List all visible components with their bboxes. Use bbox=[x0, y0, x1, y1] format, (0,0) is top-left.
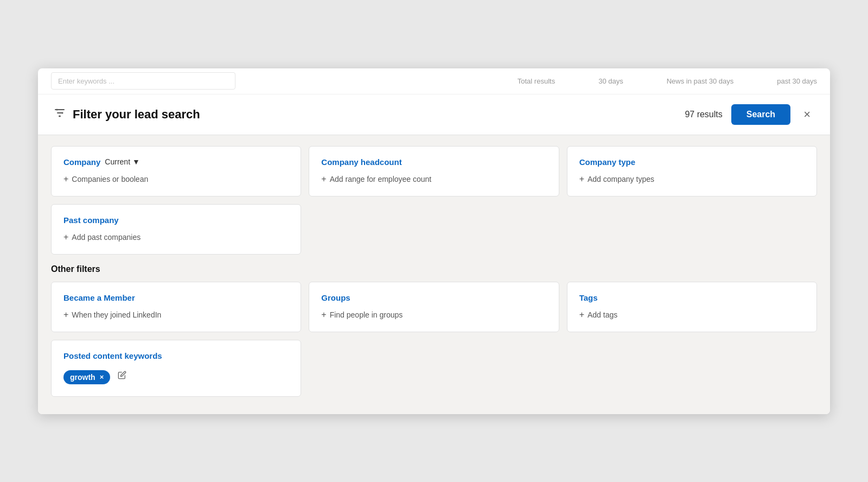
past-company-card-title: Past company bbox=[63, 215, 289, 225]
became-member-card-title: Became a Member bbox=[63, 293, 289, 302]
second-filter-grid: Past company + Add past companies bbox=[51, 204, 817, 255]
filter-modal: Total results 30 days News in past 30 da… bbox=[38, 68, 830, 414]
stat-30days: 30 days bbox=[598, 77, 623, 85]
modal-title: Filter your lead search bbox=[73, 107, 200, 122]
headcount-action: + Add range for employee count bbox=[321, 174, 546, 184]
headcount-filter-card[interactable]: Company headcount + Add range for employ… bbox=[309, 146, 559, 196]
company-type-card-title: Company type bbox=[579, 157, 805, 167]
company-card-title: Company Current ▼ bbox=[63, 157, 289, 167]
plus-icon: + bbox=[63, 174, 68, 184]
groups-card-title: Groups bbox=[321, 293, 546, 302]
empty-cell-3 bbox=[309, 340, 559, 397]
became-member-action-text: When they joined LinkedIn bbox=[72, 310, 161, 319]
empty-cell-4 bbox=[567, 340, 817, 397]
results-count: 97 results bbox=[685, 110, 722, 119]
company-filter-card[interactable]: Company Current ▼ + Companies or boolean bbox=[51, 146, 301, 196]
filter-icon bbox=[53, 106, 66, 122]
keyword-tag-close[interactable]: × bbox=[100, 373, 104, 381]
headcount-title-text: Company headcount bbox=[321, 157, 401, 167]
posted-content-row: growth × bbox=[63, 368, 289, 384]
current-badge[interactable]: Current ▼ bbox=[105, 157, 140, 166]
keyword-tag-text: growth bbox=[70, 373, 95, 382]
top-filter-grid: Company Current ▼ + Companies or boolean bbox=[51, 146, 817, 196]
other-filters-label: Other filters bbox=[51, 264, 817, 274]
modal-header: Filter your lead search 97 results Searc… bbox=[38, 94, 830, 135]
became-member-action: + When they joined LinkedIn bbox=[63, 310, 289, 320]
modal-body: Company Current ▼ + Companies or boolean bbox=[38, 135, 830, 414]
tags-action-text: Add tags bbox=[588, 310, 617, 319]
company-title-text: Company bbox=[63, 157, 100, 167]
stat-news: News in past 30 days bbox=[667, 77, 734, 85]
tags-action: + Add tags bbox=[579, 310, 805, 320]
posted-content-title-text: Posted content keywords bbox=[63, 351, 162, 360]
current-badge-label: Current bbox=[105, 157, 130, 166]
company-action-text: Companies or boolean bbox=[72, 175, 148, 183]
plus-icon-headcount: + bbox=[321, 174, 326, 184]
plus-icon-company-type: + bbox=[579, 174, 584, 184]
keyword-tag[interactable]: growth × bbox=[63, 370, 110, 384]
search-button[interactable]: Search bbox=[731, 104, 790, 125]
other-filter-grid: Became a Member + When they joined Linke… bbox=[51, 282, 817, 332]
plus-icon-became-member: + bbox=[63, 310, 68, 320]
plus-icon-tags: + bbox=[579, 310, 584, 320]
company-type-filter-card[interactable]: Company type + Add company types bbox=[567, 146, 817, 196]
company-type-title-text: Company type bbox=[579, 157, 635, 167]
tags-filter-card[interactable]: Tags + Add tags bbox=[567, 282, 817, 332]
stat-total: Total results bbox=[518, 77, 555, 85]
posted-content-filter-card[interactable]: Posted content keywords growth × bbox=[51, 340, 301, 397]
posted-content-card-title: Posted content keywords bbox=[63, 351, 289, 360]
keyword-input[interactable] bbox=[51, 72, 235, 90]
company-type-action: + Add company types bbox=[579, 174, 805, 184]
page-wrapper: Total results 30 days News in past 30 da… bbox=[0, 0, 868, 482]
headcount-action-text: Add range for employee count bbox=[330, 175, 432, 183]
groups-title-text: Groups bbox=[321, 293, 350, 302]
edit-icon[interactable] bbox=[118, 371, 126, 381]
past-company-action-text: Add past companies bbox=[72, 233, 141, 242]
groups-filter-card[interactable]: Groups + Find people in groups bbox=[309, 282, 559, 332]
svg-point-4 bbox=[62, 112, 63, 114]
svg-point-3 bbox=[56, 109, 58, 111]
company-type-action-text: Add company types bbox=[588, 175, 654, 183]
groups-action: + Find people in groups bbox=[321, 310, 546, 320]
close-button[interactable]: × bbox=[799, 105, 815, 124]
empty-cell-1 bbox=[309, 204, 559, 255]
current-badge-icon: ▼ bbox=[132, 157, 140, 166]
stat-past: past 30 days bbox=[777, 77, 817, 85]
became-member-title-text: Became a Member bbox=[63, 293, 135, 302]
top-bar-stats: Total results 30 days News in past 30 da… bbox=[518, 77, 817, 85]
modal-title-group: Filter your lead search bbox=[53, 106, 200, 122]
headcount-card-title: Company headcount bbox=[321, 157, 546, 167]
posted-content-grid: Posted content keywords growth × bbox=[51, 340, 817, 397]
company-action: + Companies or boolean bbox=[63, 174, 289, 184]
empty-cell-2 bbox=[567, 204, 817, 255]
plus-icon-past-company: + bbox=[63, 232, 68, 242]
svg-point-5 bbox=[59, 116, 61, 117]
past-company-action: + Add past companies bbox=[63, 232, 289, 242]
became-member-filter-card[interactable]: Became a Member + When they joined Linke… bbox=[51, 282, 301, 332]
modal-header-right: 97 results Search × bbox=[685, 104, 815, 125]
tags-card-title: Tags bbox=[579, 293, 805, 302]
tags-title-text: Tags bbox=[579, 293, 598, 302]
past-company-title-text: Past company bbox=[63, 215, 119, 225]
plus-icon-groups: + bbox=[321, 310, 326, 320]
top-bar: Total results 30 days News in past 30 da… bbox=[38, 68, 830, 94]
past-company-filter-card[interactable]: Past company + Add past companies bbox=[51, 204, 301, 255]
groups-action-text: Find people in groups bbox=[330, 310, 403, 319]
